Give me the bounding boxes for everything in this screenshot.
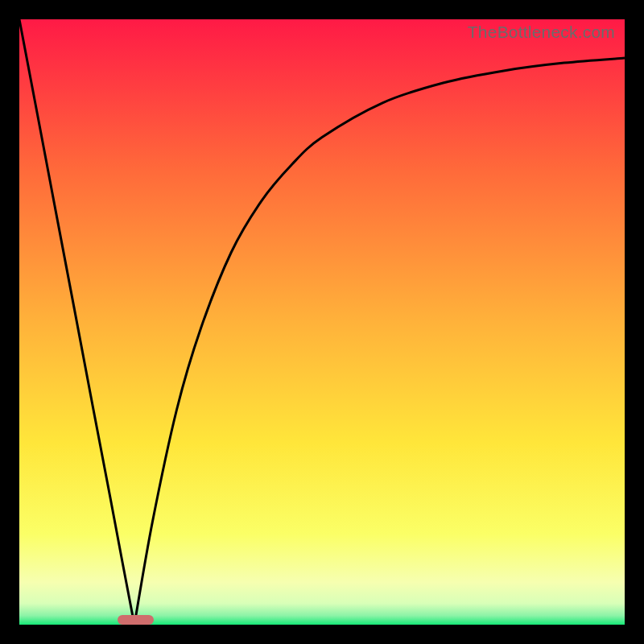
curve-left-branch: [19, 19, 134, 625]
bottleneck-curve: [19, 19, 625, 625]
optimal-marker: [118, 615, 154, 625]
chart-frame: TheBottleneck.com: [0, 0, 644, 644]
plot-area: TheBottleneck.com: [19, 19, 625, 625]
curve-right-branch: [134, 58, 625, 625]
